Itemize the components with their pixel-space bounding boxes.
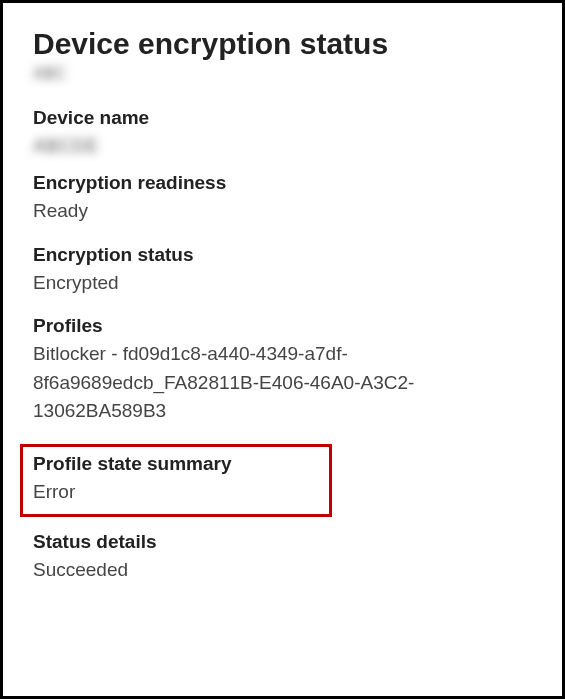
device-encryption-status-panel: Device encryption status ABC Device name… bbox=[0, 0, 565, 699]
page-subtitle-redacted: ABC bbox=[33, 65, 93, 83]
field-status-details: Status details Succeeded bbox=[33, 531, 532, 585]
field-label-encryption-status: Encryption status bbox=[33, 244, 532, 266]
field-device-name: Device name ABCDE bbox=[33, 107, 532, 154]
field-value-encryption-status: Encrypted bbox=[33, 269, 532, 298]
field-encryption-status: Encryption status Encrypted bbox=[33, 244, 532, 298]
field-value-encryption-readiness: Ready bbox=[33, 197, 532, 226]
field-label-status-details: Status details bbox=[33, 531, 532, 553]
field-value-profiles: Bitlocker - fd09d1c8-a440-4349-a7df-8f6a… bbox=[33, 340, 532, 426]
field-label-encryption-readiness: Encryption readiness bbox=[33, 172, 532, 194]
field-value-status-details: Succeeded bbox=[33, 556, 532, 585]
field-value-profile-state-summary: Error bbox=[33, 478, 319, 507]
highlight-box: Profile state summary Error bbox=[20, 444, 332, 518]
field-label-profiles: Profiles bbox=[33, 315, 532, 337]
field-label-profile-state-summary: Profile state summary bbox=[33, 453, 319, 475]
field-profile-state-summary: Profile state summary Error bbox=[33, 453, 319, 507]
field-profiles: Profiles Bitlocker - fd09d1c8-a440-4349-… bbox=[33, 315, 532, 426]
page-title: Device encryption status bbox=[33, 27, 532, 61]
field-value-device-name-redacted: ABCDE bbox=[33, 132, 103, 154]
field-encryption-readiness: Encryption readiness Ready bbox=[33, 172, 532, 226]
field-label-device-name: Device name bbox=[33, 107, 532, 129]
